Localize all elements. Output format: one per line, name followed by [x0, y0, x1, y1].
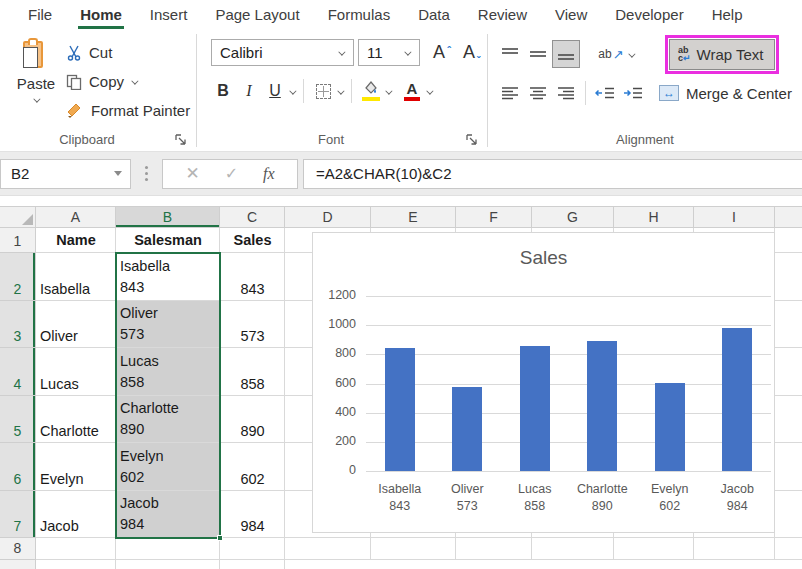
cell[interactable]	[36, 538, 116, 560]
cell-b5[interactable]: Charlotte 890	[116, 396, 220, 444]
cell-c5[interactable]: 890	[220, 396, 285, 444]
shrink-font-button[interactable]: A ˆ	[455, 39, 483, 66]
cell[interactable]	[285, 560, 802, 569]
cell[interactable]	[116, 538, 220, 560]
cell-b3[interactable]: Oliver 573	[116, 301, 220, 349]
cell[interactable]	[614, 538, 694, 560]
col-header-f[interactable]: F	[456, 206, 532, 228]
cell-a3[interactable]: Oliver	[36, 301, 116, 349]
tab-home[interactable]: Home	[66, 1, 136, 30]
col-header-i[interactable]: I	[694, 206, 775, 228]
tab-developer[interactable]: Developer	[601, 1, 697, 30]
cell-c3[interactable]: 573	[220, 301, 285, 349]
cell[interactable]	[456, 538, 532, 560]
cell[interactable]	[775, 228, 802, 253]
merge-center-button[interactable]: ↔ Merge & Center	[659, 85, 792, 102]
font-size-select[interactable]: 11	[358, 39, 420, 66]
cell-a2[interactable]: Isabella	[36, 253, 116, 301]
font-name-select[interactable]: Calibri	[211, 39, 354, 66]
copy-button[interactable]: Copy	[66, 67, 190, 96]
cell-c1[interactable]: Sales	[220, 228, 285, 253]
font-dialog-launcher-icon[interactable]	[465, 133, 479, 147]
cell[interactable]	[36, 560, 116, 569]
cell[interactable]	[775, 491, 802, 539]
col-header-d[interactable]: D	[285, 206, 371, 228]
tab-insert[interactable]: Insert	[136, 1, 202, 30]
cell[interactable]	[775, 348, 802, 396]
cell-a1[interactable]: Name	[36, 228, 116, 253]
tab-file[interactable]: File	[14, 1, 66, 30]
bold-button[interactable]: B	[211, 77, 235, 105]
cell[interactable]	[371, 538, 456, 560]
cut-button[interactable]: Cut	[66, 38, 190, 67]
fill-color-button[interactable]	[359, 77, 383, 105]
row-header-1[interactable]: 1	[0, 228, 36, 253]
col-header-g[interactable]: G	[532, 206, 614, 228]
cell-c6[interactable]: 602	[220, 443, 285, 491]
row-header-6[interactable]: 6	[0, 443, 36, 491]
orientation-button[interactable]: ab ↗	[594, 40, 628, 68]
cancel-entry-icon[interactable]: ✕	[185, 163, 199, 184]
sales-chart[interactable]: Sales 020040060080010001200Isabella 843O…	[312, 232, 775, 533]
cell[interactable]	[220, 538, 285, 560]
cell-c2[interactable]: 843	[220, 253, 285, 301]
cell[interactable]	[775, 396, 802, 444]
formula-input[interactable]: =A2&CHAR(10)&C2	[303, 159, 802, 189]
cell[interactable]	[285, 538, 371, 560]
cell-a4[interactable]: Lucas	[36, 348, 116, 396]
cell-c7[interactable]: 984	[220, 491, 285, 539]
cell[interactable]	[775, 538, 802, 560]
font-color-dropdown-icon[interactable]	[427, 88, 433, 94]
cell-b4[interactable]: Lucas 858	[116, 348, 220, 396]
col-header-c[interactable]: C	[220, 206, 285, 228]
tab-help[interactable]: Help	[698, 1, 757, 30]
select-all-corner[interactable]	[0, 206, 36, 228]
cell[interactable]	[775, 301, 802, 349]
row-header-4[interactable]: 4	[0, 348, 36, 396]
align-middle-button[interactable]	[524, 40, 552, 68]
decrease-indent-button[interactable]	[591, 79, 619, 107]
clipboard-dialog-launcher-icon[interactable]	[174, 133, 188, 147]
tab-formulas[interactable]: Formulas	[314, 1, 405, 30]
cell-a6[interactable]: Evelyn	[36, 443, 116, 491]
row-header-9[interactable]	[0, 560, 36, 569]
italic-button[interactable]: I	[237, 77, 261, 105]
underline-button[interactable]: U	[263, 77, 287, 105]
cell[interactable]	[775, 443, 802, 491]
fill-color-dropdown-icon[interactable]	[386, 88, 392, 94]
grow-font-button[interactable]: A ˆ	[425, 39, 453, 66]
name-box[interactable]: B2	[0, 159, 131, 189]
copy-dropdown-icon[interactable]	[132, 79, 138, 85]
wrap-text-button[interactable]: abc↵ Wrap Text	[669, 39, 775, 70]
align-center-button[interactable]	[524, 79, 552, 107]
increase-indent-button[interactable]	[619, 79, 647, 107]
cell-c4[interactable]: 858	[220, 348, 285, 396]
row-header-2[interactable]: 2	[0, 253, 36, 301]
tab-page-layout[interactable]: Page Layout	[201, 1, 313, 30]
align-bottom-button[interactable]	[552, 40, 580, 68]
col-header-partial[interactable]	[775, 206, 802, 228]
name-box-dropdown-icon[interactable]	[114, 171, 122, 176]
tab-data[interactable]: Data	[404, 1, 464, 30]
cell-b1[interactable]: Salesman	[116, 228, 220, 253]
align-right-button[interactable]	[552, 79, 580, 107]
paste-button[interactable]: Paste	[10, 38, 62, 130]
align-top-button[interactable]	[496, 40, 524, 68]
font-color-button[interactable]: A	[400, 77, 424, 105]
borders-button[interactable]	[311, 77, 335, 105]
cell[interactable]	[532, 538, 614, 560]
col-header-h[interactable]: H	[614, 206, 694, 228]
cell[interactable]	[694, 538, 775, 560]
cell[interactable]	[220, 560, 285, 569]
cell-b7[interactable]: Jacob 984	[116, 491, 220, 539]
col-header-e[interactable]: E	[371, 206, 456, 228]
cell-b2-active[interactable]: Isabella 843	[116, 253, 220, 301]
row-header-3[interactable]: 3	[0, 301, 36, 349]
cell[interactable]	[116, 560, 220, 569]
row-header-8[interactable]: 8	[0, 538, 36, 560]
row-header-5[interactable]: 5	[0, 396, 36, 444]
paste-dropdown-icon[interactable]	[33, 97, 39, 103]
formula-bar-resize-handle[interactable]	[145, 172, 148, 175]
col-header-a[interactable]: A	[36, 206, 116, 228]
col-header-b[interactable]: B	[116, 206, 220, 228]
